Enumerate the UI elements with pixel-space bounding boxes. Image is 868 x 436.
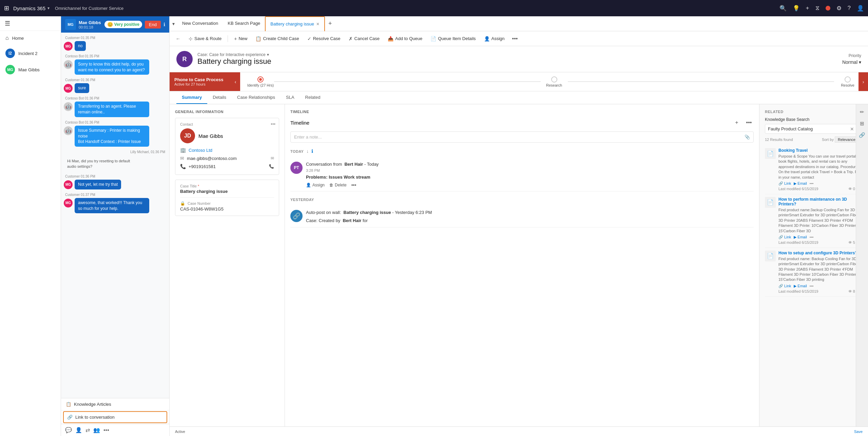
sidebar-item-incident2[interactable]: I2 Incident 2	[0, 45, 61, 61]
filter-icon[interactable]: ⧖	[815, 5, 819, 12]
cancel-case-button[interactable]: ✗ Cancel Case	[345, 35, 383, 43]
priority-value: Normal ▾	[842, 59, 861, 65]
quick-link-link-to-conversation[interactable]: 🔗 Link to conversation	[63, 411, 167, 423]
step-label-research: Research	[546, 83, 562, 87]
tab-summary[interactable]: Summary	[176, 91, 207, 104]
paperclip-icon[interactable]: 📎	[745, 134, 750, 140]
chat-toolbar-message-icon[interactable]: 💬	[65, 427, 72, 433]
timeline-actions: + •••	[732, 118, 754, 127]
tab-add-icon[interactable]: +	[325, 20, 335, 27]
new-label: New	[238, 36, 247, 41]
app-grid-icon[interactable]: ⊞	[4, 4, 9, 12]
knowledge-articles-label: Knowledge Articles	[74, 402, 111, 407]
timeline-assign-button[interactable]: 👤 Assign	[306, 183, 325, 187]
tab-sla[interactable]: SLA	[281, 91, 300, 104]
tab-battery-charging-issue[interactable]: Battery charging issue ✕	[265, 16, 325, 31]
contact-company-link[interactable]: Contoso Ltd	[189, 148, 212, 153]
timeline-title: Timeline	[290, 120, 309, 126]
kb-search-input[interactable]: Faulty Product Catalog ✕ ⧖	[765, 124, 863, 134]
case-type-chevron-icon[interactable]: ▾	[267, 52, 269, 57]
add-to-queue-button[interactable]: 📥 Add to Queue	[384, 35, 426, 43]
tab-related[interactable]: Related	[300, 91, 326, 104]
chat-header-info: Mae Gibbs 00:01:18	[79, 20, 102, 29]
back-button[interactable]: ←	[172, 35, 184, 43]
tab-kb-search-page[interactable]: KB Search Page	[223, 16, 265, 31]
chat-toolbar-person-icon[interactable]: 👤	[75, 427, 82, 433]
chat-toolbar-transfer-icon[interactable]: ⇄	[85, 427, 90, 433]
chat-toolbar-more-icon[interactable]: •••	[103, 427, 109, 433]
save-route-button[interactable]: ⊹ Save & Route	[185, 35, 225, 43]
tab-details[interactable]: Details	[207, 91, 232, 104]
kb-more-btn-1[interactable]: •••	[810, 181, 814, 185]
chat-info-icon[interactable]: ℹ	[163, 22, 165, 27]
timeline-item-more-button[interactable]: •••	[351, 182, 356, 188]
related-column: RELATED Knowledge Base Search Faulty Pro…	[759, 104, 868, 426]
kb-article-title-3[interactable]: How to setup and configure 3D Printers?	[778, 251, 863, 255]
kb-link-btn-2[interactable]: 🔗 Link	[778, 235, 791, 239]
side-link-icon[interactable]: 🔗	[857, 131, 867, 140]
new-icon[interactable]: +	[806, 5, 809, 12]
toolbar-more-button[interactable]: •••	[509, 34, 521, 43]
timeline-add-button[interactable]: +	[732, 118, 741, 127]
queue-item-icon: 📄	[430, 36, 436, 41]
timeline-today-section: TODAY ↓ ℹ	[290, 147, 754, 156]
side-grid-icon[interactable]: ⊞	[859, 119, 866, 128]
save-button[interactable]: Save	[854, 430, 863, 434]
lightbulb-icon[interactable]: 💡	[793, 5, 800, 12]
timeline-content-2: Auto-post on wall: Battery charging issu…	[306, 209, 754, 224]
kb-clear-icon[interactable]: ✕	[850, 126, 854, 132]
tab-new-conversation[interactable]: New Conversation	[177, 16, 223, 31]
step-label-identify: Identify (27 Hrs)	[247, 83, 274, 87]
msg-bubble-5: Issue Summary : Printer is making noise …	[75, 126, 149, 147]
quick-link-knowledge-articles[interactable]: 📋 Knowledge Articles	[61, 398, 169, 411]
msg-row-1: MG no	[64, 41, 167, 51]
kb-email-btn-1[interactable]: ▶ Email	[794, 181, 807, 186]
chat-toolbar-group-icon[interactable]: 👥	[93, 427, 100, 433]
help-icon[interactable]: ?	[848, 5, 851, 12]
search-icon[interactable]: 🔍	[779, 5, 787, 12]
process-chevron-left-button[interactable]: ‹	[231, 72, 240, 91]
email-send-icon[interactable]: ✉	[271, 156, 274, 161]
timeline-info-icon[interactable]: ℹ	[311, 148, 313, 154]
msg-avatar-4: 🤖	[64, 102, 73, 111]
kb-email-btn-3[interactable]: ▶ Email	[794, 284, 807, 288]
kb-article-date-3: Last modified 6/15/2019	[778, 289, 818, 294]
process-chevron-right-button[interactable]: ›	[859, 72, 868, 91]
kb-article-title-2[interactable]: How to perform maintenance on 3D Printer…	[778, 197, 863, 206]
settings-icon[interactable]: ⚙	[836, 5, 842, 12]
timeline-delete-button[interactable]: 🗑 Delete	[329, 183, 347, 187]
sentiment-emoji: 😊	[107, 22, 113, 27]
sidebar-hamburger[interactable]: ☰	[0, 16, 61, 31]
delete-icon: 🗑	[329, 183, 333, 187]
kb-link-btn-3[interactable]: 🔗 Link	[778, 284, 791, 288]
kb-email-btn-2[interactable]: ▶ Email	[794, 235, 807, 239]
tab-bar-chevron-icon[interactable]: ▾	[172, 21, 175, 26]
contact-more-icon[interactable]: •••	[271, 122, 275, 127]
end-session-button[interactable]: End	[145, 21, 161, 29]
resolve-case-button[interactable]: ✓ Resolve Case	[304, 35, 344, 43]
sidebar-item-home[interactable]: ⌂ Home	[0, 31, 61, 45]
kb-link-btn-1[interactable]: 🔗 Link	[778, 181, 791, 186]
create-child-case-button[interactable]: 📋 Create Child Case	[252, 35, 302, 43]
timeline-more-button[interactable]: •••	[744, 118, 754, 127]
brand-chevron-icon[interactable]: ▾	[47, 6, 50, 11]
queue-item-details-button[interactable]: 📄 Queue Item Details	[427, 35, 479, 43]
priority-chevron-icon[interactable]: ▾	[859, 59, 861, 65]
kb-more-btn-2[interactable]: •••	[810, 235, 814, 239]
tab-case-relationships[interactable]: Case Relationships	[232, 91, 281, 104]
msg-group-2: Contoso Bot 01:35 PM 🤖 Sorry to know thi…	[64, 54, 167, 75]
user-icon[interactable]: 👤	[857, 5, 864, 12]
assign-button[interactable]: 👤 Assign	[481, 35, 508, 43]
timeline-note-input[interactable]: Enter a note... 📎	[290, 131, 754, 143]
msg-avatar-3: MG	[64, 84, 73, 93]
timeline-sort-icon[interactable]: ↓	[306, 148, 309, 154]
phone-call-icon[interactable]: 📞	[269, 164, 274, 169]
new-button[interactable]: + New	[231, 35, 251, 43]
kb-article-title-1[interactable]: Booking Travel	[778, 148, 863, 153]
kb-article-3: 📄 How to setup and configure 3D Printers…	[765, 248, 863, 297]
sidebar-item-mae-gibbs[interactable]: MG Mae Gibbs	[0, 61, 61, 78]
tab-close-icon[interactable]: ✕	[316, 22, 320, 26]
kb-more-btn-3[interactable]: •••	[810, 284, 814, 288]
side-pencil-icon[interactable]: ✏	[859, 108, 866, 116]
kb-article-desc-3: Find product name: Backup Cooling Fan fo…	[778, 256, 863, 283]
